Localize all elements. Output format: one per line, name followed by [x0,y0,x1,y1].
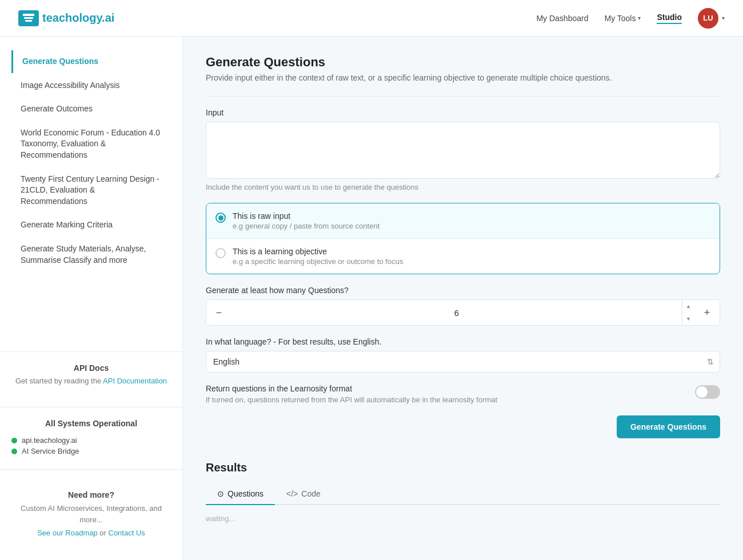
learnosity-section: Return questions in the Learnosity forma… [206,384,720,404]
header-nav: My Dashboard My Tools ▾ Studio LU ▾ [536,8,725,29]
generate-questions-button[interactable]: Generate Questions [617,415,720,438]
svg-rect-0 [23,14,34,16]
tab-questions[interactable]: ⊙ Questions [206,483,275,505]
radio-raw-text: This is raw input e.g general copy / pas… [233,211,380,230]
tab-questions-label: Questions [227,489,263,498]
input-sublabel: Include the content you want us to use t… [206,183,720,191]
page-title: Generate Questions [206,55,720,70]
input-textarea[interactable] [206,122,720,179]
logo-text: teachology.ai [42,11,114,25]
learnosity-text: Return questions in the Learnosity forma… [206,384,684,404]
decrement-button[interactable]: − [206,300,231,325]
radio-lo-label: This is a learning objective [233,247,403,256]
input-label: Input [206,108,720,117]
logo[interactable]: teachology.ai [18,10,114,26]
tab-code[interactable]: </> Code [275,483,332,505]
need-more-title: Need more? [11,490,171,499]
svg-rect-1 [24,17,33,19]
toggle-row: Return questions in the Learnosity forma… [206,384,720,404]
waiting-text: waiting... [206,505,720,532]
avatar[interactable]: LU [698,8,718,29]
learnosity-toggle[interactable] [695,385,720,399]
main-divider [206,96,720,97]
sidebar-item-generate-outcomes[interactable]: Generate Outcomes [11,98,171,121]
spinner-up[interactable]: ▲ [682,300,694,313]
radio-raw-circle [215,213,226,223]
radio-raw-sublabel: e.g general copy / paste from source con… [233,222,380,230]
tab-code-label: Code [301,489,320,498]
systems-status-title: All Systems Operational [0,419,182,433]
api-docs-link[interactable]: API Documentation [103,377,167,385]
radio-raw-input[interactable]: This is raw input e.g general copy / pas… [206,203,720,239]
need-more-section: Need more? Custom AI Microservices, Inte… [0,481,182,546]
status-dot-bridge [11,449,17,454]
sidebar-divider-2 [0,407,182,407]
layout: Generate QuestionsImage Accessibility An… [0,37,743,560]
api-docs-prefix: Get started by reading the [15,377,103,385]
sidebar-item-twenty-first[interactable]: Twenty First Century Learning Design - 2… [11,168,171,213]
code-tab-icon: </> [286,489,298,498]
nav-studio[interactable]: Studio [657,13,682,24]
api-docs-desc: Get started by reading the API Documenta… [11,376,171,386]
questions-count-section: Generate at least how many Questions? − … [206,286,720,326]
sidebar-item-marking-criteria[interactable]: Generate Marking Criteria [11,214,171,237]
language-select-wrap: English French Spanish German Chinese Ja… [206,351,720,373]
learnosity-title: Return questions in the Learnosity forma… [206,384,684,393]
status-api: api.teachology.ai [0,436,182,445]
status-ai-bridge: AI Service Bridge [0,447,182,455]
contact-link[interactable]: Contact Us [109,529,145,537]
number-spinner: ▲ ▼ [682,300,694,325]
sidebar-item-world-economic[interactable]: World Economic Forum - Education 4.0 Tax… [11,122,171,167]
avatar-chevron-icon: ▾ [722,15,725,21]
roadmap-link[interactable]: See our Roadmap [37,529,98,537]
radio-lo-circle [215,248,226,258]
sidebar-divider-1 [0,351,182,352]
need-more-desc: Custom AI Microservices, Integrations, a… [11,503,171,525]
language-label: In what language? - For best results, us… [206,337,720,346]
questions-count-value: 6 [231,308,682,318]
radio-learning-objective[interactable]: This is a learning objective e.g a speci… [206,239,720,274]
nav-dashboard[interactable]: My Dashboard [536,14,588,23]
spinner-down[interactable]: ▼ [682,313,694,325]
need-more-links: See our Roadmap or Contact Us [11,529,171,537]
logo-icon [18,10,39,26]
sidebar-item-image-accessibility[interactable]: Image Accessibility Analysis [11,74,171,97]
sidebar: Generate QuestionsImage Accessibility An… [0,37,183,560]
increment-button[interactable]: + [694,300,720,325]
radio-lo-sublabel: e.g a specific learning objective or out… [233,257,403,266]
radio-raw-label: This is raw input [233,211,380,221]
status-api-label: api.teachology.ai [22,436,77,445]
results-title: Results [206,461,720,474]
main-content: Generate Questions Provide input either … [183,37,743,560]
sidebar-item-generate-questions[interactable]: Generate Questions [11,50,171,73]
radio-group: This is raw input e.g general copy / pas… [206,203,720,274]
avatar-wrap[interactable]: LU ▾ [698,8,725,29]
api-docs-title: API Docs [11,363,171,373]
sidebar-nav: Generate QuestionsImage Accessibility An… [0,50,182,340]
questions-count-label: Generate at least how many Questions? [206,286,720,295]
input-section: Input Include the content you want us to… [206,108,720,191]
nav-tools[interactable]: My Tools ▾ [604,14,641,23]
api-docs-section: API Docs Get started by reading the API … [0,363,182,386]
radio-lo-text: This is a learning objective e.g a speci… [233,247,403,266]
results-section: Results ⊙ Questions </> Code waiting... [206,457,720,532]
status-dot-api [11,438,17,443]
sidebar-item-study-materials[interactable]: Generate Study Materials, Analyse, Summa… [11,238,171,271]
status-bridge-label: AI Service Bridge [22,447,79,455]
page-desc: Provide input either in the context of r… [206,73,720,82]
language-section: In what language? - For best results, us… [206,337,720,373]
results-tabs: ⊙ Questions </> Code [206,483,720,505]
number-input: − 6 ▲ ▼ + [206,299,720,326]
header: teachology.ai My Dashboard My Tools ▾ St… [0,0,743,37]
learnosity-desc: If turned on, questions returned from th… [206,395,684,404]
language-select[interactable]: English French Spanish German Chinese Ja… [206,351,720,372]
sidebar-divider-3 [0,469,182,470]
tools-chevron-icon: ▾ [638,15,641,21]
svg-rect-2 [25,20,32,22]
or-text: or [99,529,108,537]
radio-options-container: This is raw input e.g general copy / pas… [206,203,720,274]
questions-tab-icon: ⊙ [217,489,224,498]
generate-btn-row: Generate Questions [206,415,720,457]
